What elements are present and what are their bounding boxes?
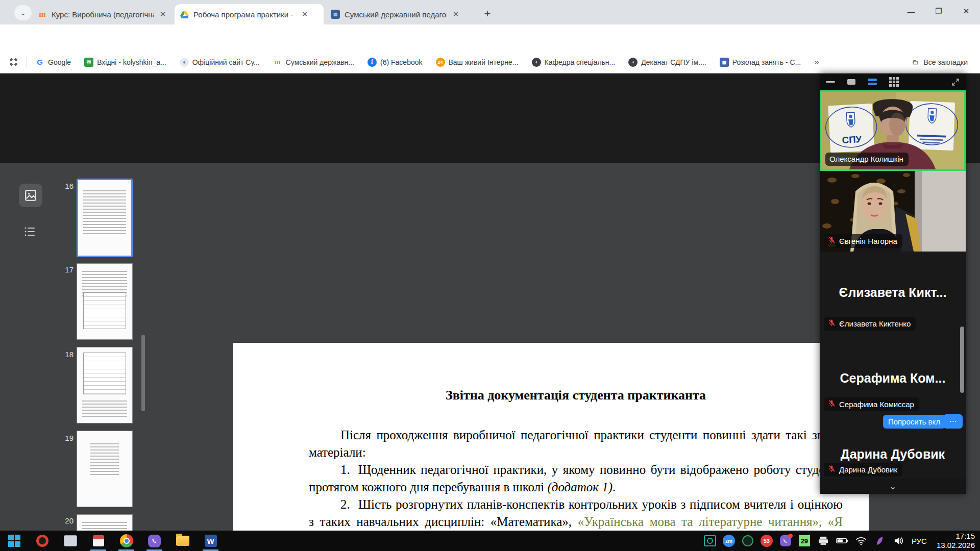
thumbnail-scrollbar[interactable] (141, 335, 145, 411)
bookmark-internet-provider[interactable]: 24 Ваш живий Інтерне... (436, 58, 519, 67)
windows-taskbar: W zm 53 29 (0, 531, 980, 551)
bookmark-deanery[interactable]: ◖ Деканат СДПУ ім.... (628, 58, 706, 67)
mail-icon: ✉ (84, 58, 93, 67)
tray-telegram-badge-icon[interactable]: 53 (761, 535, 773, 547)
document-text: Звітна документація студента практиканта… (309, 387, 843, 531)
thumbnail-page-18[interactable] (77, 347, 133, 423)
apps-grid-icon[interactable] (9, 58, 18, 67)
new-tab-button[interactable]: + (480, 6, 495, 21)
window-maximize-button[interactable]: ❐ (925, 0, 952, 22)
thumbnail-page-16[interactable] (77, 179, 133, 257)
facebook-icon: f (368, 58, 377, 67)
ask-unmute-button[interactable]: Попросить вкл (883, 415, 945, 429)
thumbnail-page-19[interactable] (77, 431, 133, 507)
fullscreen-icon[interactable] (951, 77, 960, 87)
muted-mic-icon (828, 319, 836, 328)
tab-close-icon[interactable]: ✕ (158, 9, 168, 19)
gallery-view-icon[interactable] (889, 77, 899, 87)
start-button[interactable] (0, 531, 28, 551)
muted-mic-icon (828, 236, 836, 245)
tray-app-green-icon[interactable] (742, 535, 754, 547)
participant-display-name: Серафима Ком... (820, 371, 966, 386)
tray-capture-icon[interactable] (704, 535, 716, 547)
tab-title: Сумський державний педагог (345, 10, 447, 19)
folder-icon: 🗀 (911, 58, 920, 67)
tray-zoom-icon[interactable]: zm (723, 535, 735, 547)
thumbnail-page-number: 16 (61, 182, 74, 190)
participant-tile-novideo[interactable]: Серафима Ком... Серафима Комиссар Попрос… (820, 334, 966, 433)
tab-sdpu-site[interactable]: ▦ Сумський державний педагог ✕ (326, 4, 474, 24)
tray-feather-icon[interactable] (874, 535, 886, 547)
scroll-down-chevron[interactable]: ⌄ (820, 479, 966, 494)
participant-display-name: Єлизавета Кикт... (820, 285, 966, 300)
language-indicator[interactable]: РУС (912, 537, 927, 545)
participant-name-label: Єлизавета Киктенко (824, 317, 916, 331)
zoom-panel-scrollbar[interactable] (960, 327, 964, 393)
tab-search-chevron-icon[interactable]: ⌄ (14, 5, 32, 20)
bookmark-official-site[interactable]: ♦ Офіційний сайт Су... (180, 58, 260, 67)
tab-moodle-course[interactable]: m Курс: Виробнича (педагогічна ✕ (33, 4, 175, 24)
tray-volume-icon[interactable] (893, 535, 905, 547)
tab-drive-pdf[interactable]: Робоча програма практики - В ✕ (175, 4, 324, 24)
tab-strip: ⌄ m Курс: Виробнича (педагогічна ✕ Робоч… (0, 0, 980, 24)
taskbar-opera-icon[interactable] (28, 531, 56, 551)
moodle-icon: m (273, 58, 282, 67)
thumbnail-page-17[interactable] (77, 263, 133, 340)
schedule-icon: ▦ (720, 58, 729, 67)
stacked-view-icon[interactable] (868, 77, 877, 87)
window-minimize-button[interactable]: — (897, 0, 925, 22)
bookmarks-overflow-chevron[interactable]: » (814, 57, 819, 67)
participant-display-name: Дарина Дубовик (820, 447, 966, 462)
participant-tile-active-speaker[interactable]: СПУ Олександр Колишкін (820, 90, 966, 171)
participant-name-label: Євгенія Нагорна (824, 234, 902, 248)
tray-printer-icon[interactable] (817, 535, 829, 547)
bookmark-schedule[interactable]: ▦ Розклад занять - С... (720, 58, 801, 67)
deanery-icon: ◖ (628, 58, 638, 67)
bookmarks-bar: G Google ✉ Вхідні - kolyshkin_a... ♦ Офі… (0, 51, 980, 73)
participant-tile-novideo[interactable]: Єлизавета Кикт... Єлизавета Киктенко (820, 252, 966, 334)
taskbar-app-icon[interactable] (56, 531, 84, 551)
tab-close-icon[interactable]: ✕ (300, 9, 310, 19)
doc-item-1: 1.Щоденник педагогічної практики, у яком… (309, 461, 843, 496)
taskbar-clock[interactable]: 17:15 13.02.2026 (937, 532, 975, 550)
thumbnail-page-number: 17 (61, 265, 74, 274)
thumbnail-page-20[interactable] (77, 514, 133, 531)
bookmark-inbox[interactable]: ✉ Вхідні - kolyshkin_a... (84, 58, 166, 67)
taskbar-explorer-icon[interactable] (168, 531, 197, 551)
bookmark-google[interactable]: G Google (35, 58, 71, 67)
taskbar-chrome-icon[interactable] (112, 531, 140, 551)
minimize-panel-icon[interactable] (826, 77, 835, 87)
doc-item-2: 2.Шість розгорнутих планів-конспектів ко… (309, 496, 843, 531)
participant-more-button[interactable]: ⋯ (943, 414, 963, 429)
pdf-page: Звітна документація студента практиканта… (233, 343, 869, 531)
doc-intro: Після проходження виробничої педагогічно… (309, 427, 843, 461)
participant-tile-video[interactable]: Євгенія Нагорна (820, 171, 966, 252)
tab-title: Робоча програма практики - В (193, 10, 296, 19)
tray-battery-icon[interactable] (836, 535, 848, 547)
tray-viber-icon[interactable] (779, 535, 792, 547)
bookmark-facebook[interactable]: f (6) Facebook (368, 58, 422, 67)
tray-wifi-icon[interactable] (855, 535, 867, 547)
thumbnail-view-icon[interactable] (19, 184, 42, 207)
outline-view-icon[interactable] (23, 226, 36, 240)
bookmark-department[interactable]: ◖ Кафедра спеціальн... (532, 58, 616, 67)
google-drive-icon (180, 10, 189, 19)
bookmark-sdpu-moodle[interactable]: m Сумський державн... (273, 58, 354, 67)
taskbar-app-red-icon[interactable] (84, 531, 112, 551)
tray-calendar-icon[interactable]: 29 (798, 535, 811, 547)
participant-tile-novideo[interactable]: Дарина Дубовик Дарина Дубовик (820, 433, 966, 479)
taskbar-viber-icon[interactable] (140, 531, 168, 551)
thumbnail-page-number: 19 (61, 434, 74, 442)
taskbar-word-icon[interactable]: W (197, 531, 225, 551)
participant-name-label: Олександр Колишкін (825, 153, 909, 166)
provider-24-icon: 24 (436, 58, 445, 67)
all-bookmarks-button[interactable]: 🗀 Все закладки (911, 58, 968, 67)
speaker-view-icon[interactable] (847, 77, 855, 87)
site-icon: ♦ (180, 58, 189, 67)
participant-name-label: Серафима Комиссар (824, 397, 919, 411)
zoom-panel-toolbar (820, 73, 966, 90)
window-close-button[interactable]: ✕ (952, 0, 980, 22)
tab-close-icon[interactable]: ✕ (451, 9, 461, 19)
date: 13.02.2026 (937, 541, 975, 550)
moodle-icon: m (38, 10, 47, 19)
